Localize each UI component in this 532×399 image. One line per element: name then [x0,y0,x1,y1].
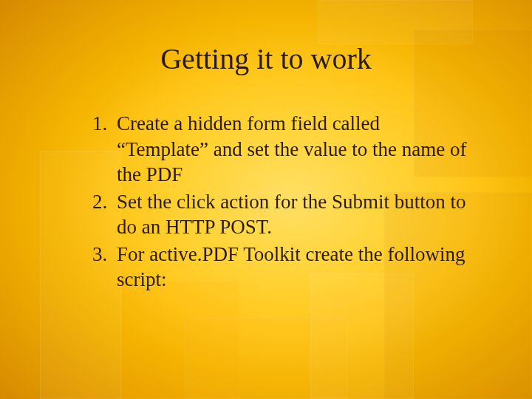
steps-list: Create a hidden form field called “Templ… [74,111,473,293]
slide: Getting it to work Create a hidden form … [0,0,532,399]
list-item: Create a hidden form field called “Templ… [112,111,473,188]
slide-title: Getting it to work [0,41,532,76]
slide-body: Create a hidden form field called “Templ… [74,111,473,294]
list-item: Set the click action for the Submit butt… [112,189,473,240]
list-item: For active.PDF Toolkit create the follow… [112,242,473,293]
